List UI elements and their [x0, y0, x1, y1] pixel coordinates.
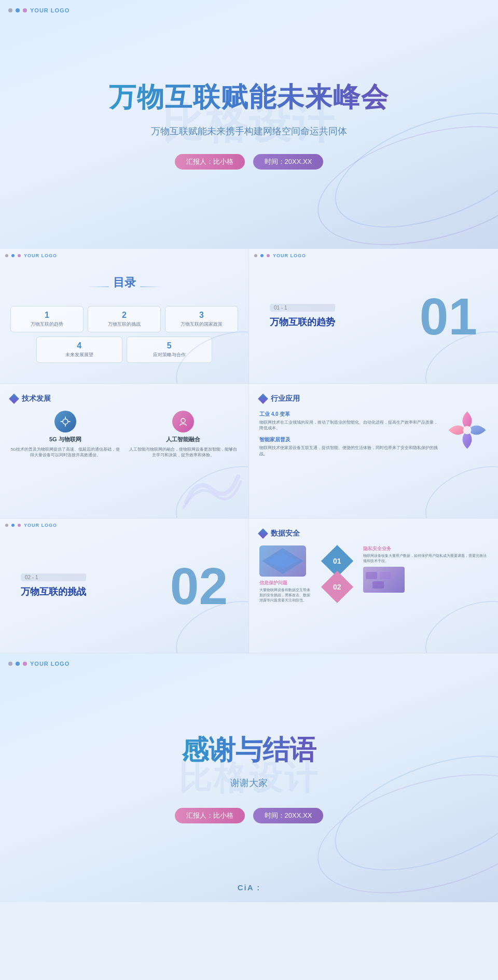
slide-industry: 行业应用 工业 4.0 变革 物联网技术在工业领域的应用，推动了制造业的智能化、…: [249, 384, 498, 519]
toc-logo-dot-pink: [18, 254, 21, 257]
industry-diamond-icon: [258, 394, 268, 404]
tech-header: 技术发展: [10, 394, 238, 403]
datasec-img1: [259, 545, 306, 577]
datasec-content: 信息保护问题 大量物联网设备和数据交互带来新的安全挑战，黑客攻击、数据泄露等问题…: [259, 545, 488, 603]
toc-item-2: 2 万物互联的挑战: [88, 306, 161, 332]
datasec-title: 数据安全: [271, 529, 300, 538]
svg-rect-6: [380, 572, 391, 579]
datasec-mid: 01 02: [316, 545, 358, 603]
industry-item1-text: 物联网技术在工业领域的应用，推动了制造业的智能化、自动化进程，提高生产效率和产品…: [259, 419, 440, 431]
slide-section02: YOUR LOGO 02 - 1 万物互联的挑战 02: [0, 519, 249, 653]
end-dot-gray: [8, 662, 12, 666]
industry-item1: 工业 4.0 变革 物联网技术在工业领域的应用，推动了制造业的智能化、自动化进程…: [259, 411, 440, 431]
toc-num-4: 4: [40, 341, 119, 351]
industry-content: 工业 4.0 变革 物联网技术在工业领域的应用，推动了制造业的智能化、自动化进程…: [259, 411, 488, 462]
s02-dot-pink: [18, 524, 21, 527]
toc-title: 目录: [113, 275, 136, 290]
slide-section01: YOUR LOGO 01 - 1 万物互联的趋势 01: [249, 249, 498, 384]
tech-card1-text: 5G技术的普及为物联网提供了高速、低延迟的通信基础，使得大量设备可以同时连接并高…: [10, 446, 120, 458]
section02-name: 万物互联的挑战: [21, 585, 86, 598]
s01-dot-gray: [254, 254, 257, 257]
tech-icon-5g: [54, 411, 76, 432]
section02-number: 02: [170, 560, 228, 612]
datasec-item2-text: 大量物联网设备和数据交互带来新的安全挑战，黑客攻击、数据泄露等问题需要关注和防范…: [259, 587, 311, 603]
toc-deco-left: [88, 286, 109, 287]
toc-num-3: 3: [169, 311, 234, 320]
slide-tech: 技术发展 5G 与物联网 5G技术的普及为物联网提供了高速、低延迟的通信基础，使…: [0, 384, 249, 519]
end-logo-bar: YOUR LOGO: [8, 661, 70, 667]
logo-dot-pink: [23, 8, 27, 12]
end-dot-pink: [23, 662, 27, 666]
toc-deco-right: [140, 286, 161, 287]
hero-badge-reporter: 汇报人：比小格: [175, 154, 245, 170]
section02-tag: 02 - 1: [21, 573, 86, 581]
toc-logo-text: YOUR LOGO: [24, 253, 57, 258]
tech-card-5g: 5G 与物联网 5G技术的普及为物联网提供了高速、低延迟的通信基础，使得大量设备…: [10, 411, 120, 458]
s01-dot-pink: [267, 254, 270, 257]
section02-intro: 02 - 1 万物互联的挑战 02: [10, 529, 238, 642]
toc-label-2: 万物互联的挑战: [91, 321, 157, 328]
end-dot-blue: [16, 662, 20, 666]
end-title: 感谢与结语: [182, 732, 316, 768]
s01-logo-text: YOUR LOGO: [273, 253, 306, 258]
svg-point-1: [181, 418, 185, 423]
s01-dot-blue: [260, 254, 264, 257]
toc-logo-dot-gray: [5, 254, 8, 257]
industry-item2: 智能家居普及 物联网技术使家居设备互联互通，提供智能、便捷的生活体验，同时也带来…: [259, 436, 440, 456]
cia-label: CiA :: [238, 883, 260, 892]
section01-left: 01 - 1 万物互联的趋势: [270, 304, 335, 328]
datasec-header: 数据安全: [259, 529, 488, 538]
hero-badge-time: 时间：20XX.XX: [253, 154, 324, 170]
slide-datasec: 数据安全 信息保护问题 大量物联网设备和数据交互带来新的安全挑战，黑客攻击、数据…: [249, 519, 498, 653]
logo-text: YOUR LOGO: [30, 7, 70, 13]
toc-item-5: 5 应对策略与合作: [127, 337, 213, 363]
section02-left: 02 - 1 万物互联的挑战: [21, 573, 86, 598]
tech-card-ai: 人工智能融合 人工智能与物联网的融合，使物联网设备更加智能，能够自主学习和决策，…: [129, 411, 239, 458]
logo-dot-gray: [8, 8, 12, 12]
tech-diamond-icon: [9, 394, 19, 404]
toc-num-5: 5: [130, 341, 209, 351]
datasec-item1-text: 物联网设备收集大量用户数据，如何保护用户隐私成为重要课题，需要完善法规和技术手段…: [363, 553, 488, 564]
datasec-img2: [363, 567, 405, 593]
industry-left: 工业 4.0 变革 物联网技术在工业领域的应用，推动了制造业的智能化、自动化进程…: [259, 411, 440, 462]
svg-rect-5: [366, 572, 377, 579]
svg-point-0: [63, 419, 68, 424]
industry-header: 行业应用: [259, 394, 488, 403]
toc-grid-top: 1 万物互联的趋势 2 万物互联的挑战 3 万物互联的国家政策: [10, 306, 238, 332]
end-logo-text: YOUR LOGO: [30, 661, 70, 667]
tech-title: 技术发展: [22, 394, 51, 403]
toc-item-1: 1 万物互联的趋势: [10, 306, 84, 332]
tech-card2-text: 人工智能与物联网的融合，使物联网设备更加智能，能够自主学习和决策，提升效率和体验…: [129, 446, 239, 458]
slides-grid-row2: 技术发展 5G 与物联网 5G技术的普及为物联网提供了高速、低延迟的通信基础，使…: [0, 384, 498, 519]
end-badge-reporter: 汇报人：比小格: [175, 808, 245, 823]
industry-item1-title: 工业 4.0 变革: [259, 411, 440, 418]
slides-grid-row1: YOUR LOGO 目录 1 万物互联的趋势 2 万物互联的挑战 3 万物互: [0, 249, 498, 384]
section01-intro: 01 - 1 万物互联的趋势 01: [259, 259, 488, 373]
section01-number: 01: [420, 290, 477, 342]
toc-num-2: 2: [91, 311, 157, 320]
logo-dot-blue: [16, 8, 20, 12]
tech-icon-ai: [172, 411, 194, 432]
hero-title: 万物互联赋能未来峰会: [109, 79, 389, 116]
section01-tag: 01 - 1: [270, 304, 335, 312]
logo-bar: YOUR LOGO: [8, 7, 70, 13]
datasec-item2-title: 信息保护问题: [259, 580, 311, 586]
s02-dot-gray: [5, 524, 8, 527]
tech-cards: 5G 与物联网 5G技术的普及为物联网提供了高速、低延迟的通信基础，使得大量设备…: [10, 411, 238, 458]
datasec-item1-title: 隐私安全业务: [363, 545, 488, 552]
industry-item2-title: 智能家居普及: [259, 436, 440, 443]
datasec-right: 隐私安全业务 物联网设备收集大量用户数据，如何保护用户隐私成为重要课题，需要完善…: [363, 545, 488, 603]
svg-point-2: [463, 426, 471, 435]
slide-toc: YOUR LOGO 目录 1 万物互联的趋势 2 万物互联的挑战 3 万物互: [0, 249, 249, 384]
industry-title: 行业应用: [271, 394, 300, 403]
toc-label-3: 万物互联的国家政策: [169, 321, 234, 328]
toc-label-5: 应对策略与合作: [130, 352, 209, 358]
toc-logo-bar: YOUR LOGO: [5, 253, 57, 258]
slide-end: YOUR LOGO 比格设计 感谢与结语 谢谢大家 汇报人：比小格 时间：20X…: [0, 653, 498, 902]
s02-logo-text: YOUR LOGO: [24, 523, 57, 528]
hero-badges: 汇报人：比小格 时间：20XX.XX: [175, 154, 324, 170]
toc-item-3: 3 万物互联的国家政策: [165, 306, 238, 332]
toc-title-row: 目录: [10, 275, 238, 299]
s02-dot-blue: [11, 524, 15, 527]
toc-logo-dot-blue: [11, 254, 15, 257]
